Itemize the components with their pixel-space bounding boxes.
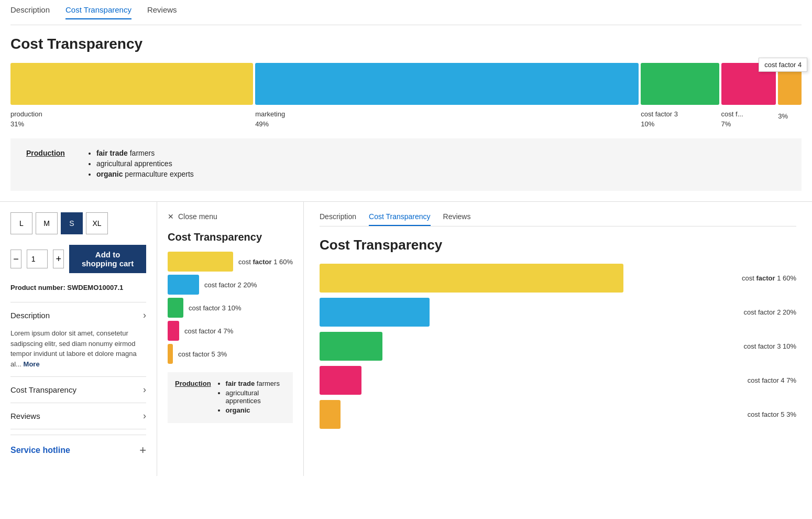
mid-bar-block-2	[168, 275, 199, 295]
qty-input[interactable]	[27, 250, 48, 268]
info-item-1: fair trade farmers	[96, 149, 194, 157]
size-btn-L[interactable]: L	[10, 212, 32, 234]
qty-row: − + Add to shopping cart	[10, 245, 146, 273]
right-chart: cost factor 1 60% cost factor 2 20% cost…	[320, 264, 796, 429]
desc-content: Lorem ipsum dolor sit amet, consetetur s…	[10, 328, 146, 376]
top-tabs: Description Cost Transparency Reviews	[10, 0, 802, 25]
size-selector: L M S XL	[10, 212, 146, 234]
right-bar-row-1: cost factor 1 60%	[320, 264, 796, 293]
mid-bar-block-1	[168, 252, 233, 272]
right-bar-row-2: cost factor 2 20%	[320, 298, 796, 327]
qty-minus-button[interactable]: −	[10, 250, 21, 268]
right-tab-description[interactable]: Description	[320, 212, 356, 226]
mid-bar-block-5	[168, 344, 173, 364]
add-to-cart-button[interactable]: Add to shopping cart	[69, 245, 146, 273]
info-item-2: agricultural apprentices	[96, 159, 194, 168]
bar-marketing	[255, 63, 639, 105]
label-cf3: cost factor 3 10%	[641, 110, 719, 128]
tooltip-cf4: cost factor 4	[759, 58, 807, 72]
right-tabs: Description Cost Transparency Reviews	[320, 212, 796, 226]
mid-bar-label-2: cost factor 2 20%	[204, 281, 257, 289]
label-cf5: 3%	[778, 110, 802, 128]
close-menu-icon: ✕	[168, 212, 174, 221]
accordion-reviews-header[interactable]: Reviews ›	[10, 403, 146, 429]
size-btn-M[interactable]: M	[36, 212, 58, 234]
qty-plus-button[interactable]: +	[53, 250, 64, 268]
right-section-title: Cost Transparency	[320, 237, 796, 253]
right-bar-row-5: cost factor 5 3%	[320, 400, 796, 429]
mid-bar-block-3	[168, 298, 183, 318]
top-section-title: Cost Transparency	[10, 36, 802, 52]
right-bar-block-5	[320, 400, 341, 429]
right-bar-row-3: cost factor 3 10%	[320, 332, 796, 361]
accordion-description-chevron: ›	[143, 310, 146, 321]
accordion-cost-transparency-header[interactable]: Cost Transparency ›	[10, 377, 146, 403]
accordion-description-header[interactable]: Description ›	[10, 302, 146, 328]
right-panel: Description Cost Transparency Reviews Co…	[304, 202, 812, 476]
mid-info-item-1: fair trade farmers	[226, 380, 286, 387]
middle-panel: ✕ Close menu Cost Transparency cost fact…	[157, 202, 304, 476]
left-panel: L M S XL − + Add to shopping cart Produc…	[0, 202, 157, 476]
mid-bar-label-1: cost factor 1 60%	[238, 258, 293, 266]
plus-icon: +	[139, 444, 146, 457]
mid-bar-block-4	[168, 321, 179, 341]
accordion-reviews-chevron: ›	[143, 410, 146, 421]
product-number: Product number: SWDEMO10007.1	[10, 284, 146, 291]
top-bar-chart: cost factor 4 production 31% marketing 4…	[10, 63, 802, 128]
top-bar-row: cost factor 4	[10, 63, 802, 105]
top-info-box: Production fair trade farmers agricultur…	[10, 138, 802, 191]
right-bar-label-3: cost factor 3 10%	[712, 342, 796, 350]
mid-chart: cost factor 1 60% cost factor 2 20% cost…	[168, 252, 293, 364]
bar-block-cf3	[641, 63, 719, 105]
mid-info-item-3: organic	[226, 406, 286, 414]
bar-cf4: cost factor 4	[721, 63, 776, 105]
right-bar-block-1	[320, 264, 623, 293]
mid-section-title: Cost Transparency	[168, 231, 293, 243]
right-bar-label-2: cost factor 2 20%	[712, 308, 796, 316]
mid-bar-row-3: cost factor 3 10%	[168, 298, 293, 318]
mid-info-label: Production	[175, 380, 211, 387]
mid-bar-row-5: cost factor 5 3%	[168, 344, 293, 364]
mid-bar-row-4: cost factor 4 7%	[168, 321, 293, 341]
tab-description-top[interactable]: Description	[10, 5, 50, 19]
service-hotline-label: Service hotline	[10, 446, 70, 455]
top-bar-labels: production 31% marketing 49% cost factor…	[10, 110, 802, 128]
right-bar-label-4: cost factor 4 7%	[712, 376, 796, 384]
right-bar-block-2	[320, 298, 430, 327]
label-marketing: marketing 49%	[255, 110, 639, 128]
accordion-reviews: Reviews ›	[10, 403, 146, 429]
right-tab-reviews[interactable]: Reviews	[443, 212, 471, 226]
service-hotline-row[interactable]: Service hotline +	[10, 435, 146, 466]
mid-bar-label-3: cost factor 3 10%	[189, 304, 241, 312]
mid-bar-label-4: cost factor 4 7%	[184, 327, 233, 335]
info-box-label: Production	[26, 149, 65, 157]
label-production: production 31%	[10, 110, 253, 128]
desc-more-link[interactable]: More	[24, 360, 40, 368]
top-section: Description Cost Transparency Reviews Co…	[0, 0, 812, 202]
right-bar-block-3	[320, 332, 382, 361]
accordion-cost-transparency: Cost Transparency ›	[10, 377, 146, 403]
right-bar-label-5: cost factor 5 3%	[712, 410, 796, 418]
bottom-section: L M S XL − + Add to shopping cart Produc…	[0, 202, 812, 476]
size-btn-S[interactable]: S	[61, 212, 83, 234]
close-menu-label: Close menu	[178, 212, 217, 221]
accordion-cost-transparency-chevron: ›	[143, 384, 146, 395]
mid-bar-row-1: cost factor 1 60%	[168, 252, 293, 272]
bar-block-production	[10, 63, 253, 105]
left-accordion: Description › Lorem ipsum dolor sit amet…	[10, 302, 146, 429]
mid-bar-label-5: cost factor 5 3%	[178, 350, 227, 358]
size-btn-XL[interactable]: XL	[86, 212, 108, 234]
info-box-list: fair trade farmers agricultural apprenti…	[86, 149, 194, 180]
bar-production	[10, 63, 253, 105]
bar-cf3	[641, 63, 719, 105]
tab-reviews-top[interactable]: Reviews	[147, 5, 177, 19]
right-tab-cost-transparency[interactable]: Cost Transparency	[369, 212, 431, 226]
close-menu-row[interactable]: ✕ Close menu	[168, 212, 293, 221]
info-item-3: organic permaculture experts	[96, 170, 194, 178]
tab-cost-transparency-top[interactable]: Cost Transparency	[65, 5, 131, 19]
right-bar-row-4: cost factor 4 7%	[320, 366, 796, 395]
bar-block-marketing	[255, 63, 639, 105]
mid-bar-row-2: cost factor 2 20%	[168, 275, 293, 295]
mid-info-item-2: agricultural apprentices	[226, 389, 286, 405]
accordion-description: Description › Lorem ipsum dolor sit amet…	[10, 302, 146, 377]
